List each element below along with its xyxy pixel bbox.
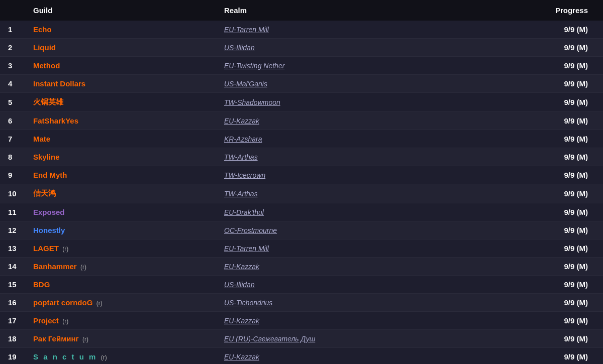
table-row: 6FatSharkYesEU-Kazzak9/9 (M) xyxy=(0,112,603,130)
cell-realm: EU-Kazzak xyxy=(216,348,497,365)
cell-guild: 佶天鸿 xyxy=(25,184,216,203)
realm-link[interactable]: US-Mal'Ganis xyxy=(224,80,267,88)
cell-realm: OC-Frostmourne xyxy=(216,221,497,239)
cell-rank: 3 xyxy=(0,57,25,75)
cell-guild: BDG xyxy=(25,276,216,294)
cell-realm: US-Mal'Ganis xyxy=(216,75,497,93)
table-row: 16poptart corndoG (r)US-Tichondrius9/9 (… xyxy=(0,294,603,312)
cell-realm: US-Tichondrius xyxy=(216,294,497,312)
cell-rank: 12 xyxy=(0,221,25,239)
rankings-table-container: Guild Realm Progress 1EchoEU-Tarren Mill… xyxy=(0,0,603,364)
guild-name: Project xyxy=(33,316,59,325)
table-row: 4Instant DollarsUS-Mal'Ganis9/9 (M) xyxy=(0,75,603,93)
table-row: 3MethodEU-Twisting Nether9/9 (M) xyxy=(0,57,603,75)
table-row: 1EchoEU-Tarren Mill9/9 (M) xyxy=(0,21,603,39)
cell-guild: Project (r) xyxy=(25,312,216,330)
cell-rank: 17 xyxy=(0,312,25,330)
guild-name: 火锅英雄 xyxy=(33,97,63,106)
realm-link[interactable]: TW-Arthas xyxy=(224,153,258,161)
table-row: 9End MythTW-Icecrown9/9 (M) xyxy=(0,166,603,184)
realm-link[interactable]: OC-Frostmourne xyxy=(224,226,277,234)
cell-guild: Echo xyxy=(25,21,216,39)
realm-link[interactable]: US-Illidan xyxy=(224,44,255,52)
cell-realm: EU-Drak'thul xyxy=(216,203,497,221)
table-row: 17Project (r)EU-Kazzak9/9 (M) xyxy=(0,312,603,330)
guild-tag: (r) xyxy=(81,336,88,343)
rankings-table: Guild Realm Progress 1EchoEU-Tarren Mill… xyxy=(0,0,603,364)
guild-name: Liquid xyxy=(33,43,56,52)
cell-realm: TW-Shadowmoon xyxy=(216,93,497,112)
realm-link[interactable]: EU-Kazzak xyxy=(224,117,259,125)
cell-progress: 9/9 (M) xyxy=(497,130,603,148)
guild-name: FatSharkYes xyxy=(33,116,78,125)
cell-rank: 4 xyxy=(0,75,25,93)
guild-tag: (r) xyxy=(99,354,107,361)
table-row: 5火锅英雄TW-Shadowmoon9/9 (M) xyxy=(0,93,603,112)
table-row: 15BDGUS-Illidan9/9 (M) xyxy=(0,276,603,294)
cell-progress: 9/9 (M) xyxy=(497,258,603,276)
cell-progress: 9/9 (M) xyxy=(497,348,603,365)
cell-rank: 2 xyxy=(0,39,25,57)
cell-progress: 9/9 (M) xyxy=(497,166,603,184)
table-row: 8SkylineTW-Arthas9/9 (M) xyxy=(0,148,603,166)
guild-name: LAGET xyxy=(33,244,59,253)
realm-link[interactable]: TW-Arthas xyxy=(224,190,258,198)
realm-link[interactable]: US-Tichondrius xyxy=(224,299,272,307)
cell-progress: 9/9 (M) xyxy=(497,294,603,312)
guild-tag: (r) xyxy=(94,300,102,307)
realm-link[interactable]: EU-Kazzak xyxy=(224,317,259,325)
realm-link[interactable]: KR-Azshara xyxy=(224,135,262,143)
realm-link[interactable]: US-Illidan xyxy=(224,281,255,289)
cell-rank: 9 xyxy=(0,166,25,184)
realm-link[interactable]: EU-Tarren Mill xyxy=(224,245,269,253)
realm-link[interactable]: EU-Drak'thul xyxy=(224,208,264,216)
cell-rank: 10 xyxy=(0,184,25,203)
cell-progress: 9/9 (M) xyxy=(497,184,603,203)
cell-realm: EU (RU)-Свежеватель Душ xyxy=(216,330,497,348)
realm-link[interactable]: EU-Twisting Nether xyxy=(224,62,284,70)
table-row: 14Banhammer (r)EU-Kazzak9/9 (M) xyxy=(0,258,603,276)
realm-link[interactable]: EU-Kazzak xyxy=(224,263,259,271)
table-body: 1EchoEU-Tarren Mill9/9 (M)2LiquidUS-Illi… xyxy=(0,21,603,364)
cell-rank: 18 xyxy=(0,330,25,348)
header-rank xyxy=(0,0,25,21)
guild-name: BDG xyxy=(33,280,50,289)
realm-link[interactable]: EU-Kazzak xyxy=(224,353,259,361)
realm-link[interactable]: EU-Tarren Mill xyxy=(224,26,269,34)
table-row: 2LiquidUS-Illidan9/9 (M) xyxy=(0,39,603,57)
cell-realm: EU-Tarren Mill xyxy=(216,21,497,39)
realm-link[interactable]: EU (RU)-Свежеватель Душ xyxy=(224,335,315,343)
cell-realm: TW-Arthas xyxy=(216,148,497,166)
cell-progress: 9/9 (M) xyxy=(497,75,603,93)
realm-link[interactable]: TW-Shadowmoon xyxy=(224,98,280,106)
cell-rank: 16 xyxy=(0,294,25,312)
cell-guild: Рак Гейминг (r) xyxy=(25,330,216,348)
guild-name: Exposed xyxy=(33,208,65,216)
cell-realm: EU-Kazzak xyxy=(216,258,497,276)
realm-link[interactable]: TW-Icecrown xyxy=(224,171,265,179)
cell-realm: EU-Kazzak xyxy=(216,312,497,330)
table-row: 19S a n c t u m (r)EU-Kazzak9/9 (M) xyxy=(0,348,603,365)
cell-realm: TW-Icecrown xyxy=(216,166,497,184)
guild-tag: (r) xyxy=(61,318,68,325)
cell-guild: Honestly xyxy=(25,221,216,239)
table-row: 7MateKR-Azshara9/9 (M) xyxy=(0,130,603,148)
table-row: 12HonestlyOC-Frostmourne9/9 (M) xyxy=(0,221,603,239)
table-row: 10佶天鸿TW-Arthas9/9 (M) xyxy=(0,184,603,203)
cell-realm: EU-Tarren Mill xyxy=(216,239,497,258)
guild-name: 佶天鸿 xyxy=(33,189,56,197)
cell-rank: 8 xyxy=(0,148,25,166)
cell-rank: 19 xyxy=(0,348,25,365)
cell-progress: 9/9 (M) xyxy=(497,312,603,330)
cell-progress: 9/9 (M) xyxy=(497,57,603,75)
header-realm: Realm xyxy=(216,0,497,21)
guild-name: S a n c t u m xyxy=(33,352,97,361)
cell-guild: Banhammer (r) xyxy=(25,258,216,276)
cell-realm: EU-Twisting Nether xyxy=(216,57,497,75)
guild-tag: (r) xyxy=(61,246,68,253)
cell-guild: poptart corndoG (r) xyxy=(25,294,216,312)
guild-tag: (r) xyxy=(79,264,86,271)
cell-guild: 火锅英雄 xyxy=(25,93,216,112)
cell-progress: 9/9 (M) xyxy=(497,21,603,39)
guild-name: Method xyxy=(33,61,60,70)
